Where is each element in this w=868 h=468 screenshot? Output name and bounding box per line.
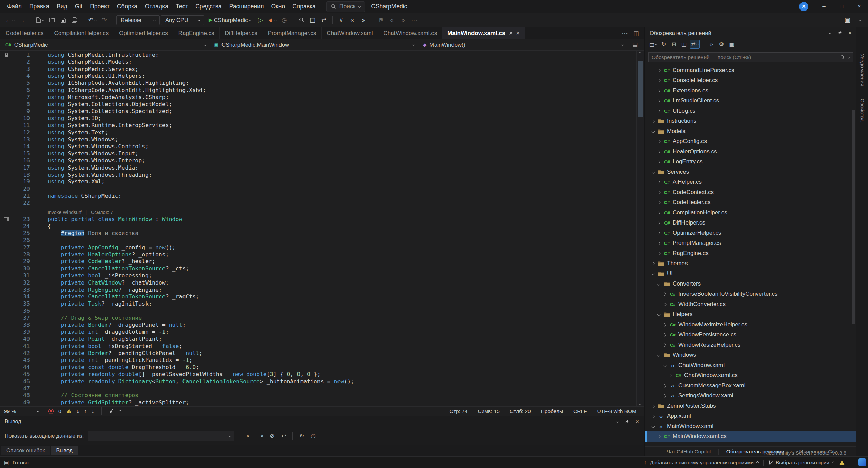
line-number[interactable]: 26	[13, 237, 30, 244]
code-text[interactable]: private int _draggedColumn = -1;	[30, 329, 169, 336]
tree-item[interactable]: C#CodeHealer.cs	[645, 197, 856, 208]
code-text[interactable]: using System.Windows;	[30, 136, 118, 143]
tree-item[interactable]: C#RagEngine.cs	[645, 248, 856, 258]
code-text[interactable]	[30, 186, 47, 193]
tree-item[interactable]: C#LmStudioClient.cs	[645, 96, 856, 106]
menu-item[interactable]: Проект	[86, 1, 113, 12]
expander-icon[interactable]	[655, 191, 662, 194]
code-text[interactable]: using CSharpMedic.UI.Helpers;	[30, 73, 145, 80]
expander-icon[interactable]	[655, 212, 662, 214]
code-line[interactable]: 46 private readonly Dictionary<Button, C…	[0, 378, 636, 385]
code-line[interactable]: 49 private GridSplitter? _activeSplitter…	[0, 399, 636, 406]
code-text[interactable]: // Состояние сплиттеров	[30, 392, 138, 399]
tree-item[interactable]: Models	[645, 126, 856, 136]
code-text[interactable]: private CancellationTokenSource? _ragCts…	[30, 293, 199, 300]
code-line[interactable]: 11using System.Runtime.InteropServices;	[0, 122, 636, 129]
code-line[interactable]: 36	[0, 308, 636, 315]
expander-icon[interactable]	[655, 222, 662, 224]
code-line[interactable]: 43 private int _pendingClickPanelIdx = -…	[0, 357, 636, 364]
preview-selected-button[interactable]: ▣	[727, 40, 736, 49]
open-file-button[interactable]	[47, 15, 57, 25]
code-text[interactable]	[30, 385, 47, 392]
expander-icon[interactable]	[667, 374, 674, 377]
line-number[interactable]: 19	[13, 178, 30, 186]
code-line[interactable]: 40 private Point _dragStartPoint;	[0, 336, 636, 343]
navigate-forward-button[interactable]: →	[17, 15, 27, 25]
line-number[interactable]: 48	[13, 392, 30, 399]
line-number[interactable]: 8	[13, 101, 30, 108]
break-all-button[interactable]: ◷	[279, 15, 289, 25]
code-line[interactable]: 8using System.Collections.ObjectModel;	[0, 101, 636, 108]
new-file-button[interactable]	[34, 15, 46, 25]
solution-search-box[interactable]	[648, 52, 853, 62]
line-number[interactable]: 13	[13, 136, 30, 143]
code-line[interactable]: 4using CSharpMedic.UI.Helpers;	[0, 73, 636, 80]
line-number[interactable]: 3	[13, 66, 30, 73]
clear-output-icon[interactable]: ⊘	[267, 431, 277, 441]
tree-item[interactable]: Instructions	[645, 116, 856, 126]
search-control[interactable]: Поиск	[326, 1, 365, 12]
code-line[interactable]: 47	[0, 385, 636, 392]
line-number[interactable]: 32	[13, 279, 30, 287]
code-text[interactable]: using System.Runtime.InteropServices;	[30, 122, 172, 129]
solution-explorer-header[interactable]: Обозреватель решений ×	[645, 27, 856, 39]
menu-item[interactable]: Расширения	[226, 1, 268, 12]
tree-item[interactable]: C#HealerOptions.cs	[645, 147, 856, 157]
edge-tab[interactable]: Уведомления	[859, 54, 865, 86]
code-text[interactable]: private Border? _draggedPanel = null;	[30, 321, 186, 329]
indent-icon-button[interactable]: »	[359, 15, 369, 25]
code-line[interactable]: 26	[0, 237, 636, 244]
show-all-files-button[interactable]: ◫	[679, 40, 689, 49]
start-without-debug-button[interactable]: ▷	[255, 15, 266, 25]
timestamps-icon[interactable]: ◷	[308, 431, 318, 441]
project-dropdown[interactable]: C# CSharpMedic	[1, 40, 210, 50]
expander-icon[interactable]	[661, 334, 668, 336]
tree-item[interactable]: C#AppConfig.cs	[645, 136, 856, 147]
edge-tab[interactable]: Свойства	[859, 99, 865, 122]
expander-icon[interactable]	[655, 354, 662, 356]
line-number[interactable]: 43	[13, 357, 30, 364]
code-text[interactable]: using CSharpMedic.Services;	[30, 66, 138, 73]
expander-icon[interactable]	[655, 110, 662, 112]
line-number[interactable]: 47	[13, 385, 30, 392]
code-text[interactable]: private readonly Dictionary<Button, Canc…	[30, 378, 354, 385]
code-line[interactable]: 1using CSharpMedic.Infrastructure;	[0, 52, 636, 59]
tool-window-tab[interactable]: Чат GitHub Copilot	[659, 449, 718, 455]
document-outline-icon[interactable]: ▤	[628, 41, 642, 48]
expander-icon[interactable]	[655, 151, 662, 153]
search-icon[interactable]	[840, 55, 845, 60]
close-panel-icon[interactable]: ×	[635, 418, 639, 425]
line-number[interactable]: 31	[13, 272, 30, 279]
line-number[interactable]: 22	[13, 200, 30, 207]
code-text[interactable]: using System.Windows.Input;	[30, 150, 138, 157]
line-number[interactable]: 21	[13, 193, 30, 200]
expander-icon[interactable]	[655, 242, 662, 245]
line-number[interactable]: 45	[13, 371, 30, 378]
code-text[interactable]: private RagEngine? _ragEngine;	[30, 287, 162, 294]
line-number[interactable]: 29	[13, 258, 30, 265]
warning-count[interactable]: 6	[77, 408, 80, 414]
code-line[interactable]: 41 private bool _isDragStarted = false;	[0, 343, 636, 350]
code-line[interactable]: 35 private Task? _ragInitTask;	[0, 300, 636, 308]
expander-icon[interactable]	[661, 364, 668, 367]
tree-item[interactable]: ‹›ChatWindow.xaml	[645, 360, 856, 370]
menu-item[interactable]: Окно	[267, 1, 289, 12]
code-text[interactable]: private GridSplitter? _activeSplitter;	[30, 399, 189, 406]
code-line[interactable]: 13using System.Windows;	[0, 136, 636, 143]
autoscroll-icon[interactable]: ↻	[296, 431, 307, 441]
caret-line[interactable]: Стр: 74	[450, 408, 468, 414]
code-text[interactable]: namespace CSharpMedic;	[30, 193, 122, 200]
line-number[interactable]: 16	[13, 157, 30, 164]
code-text[interactable]	[30, 237, 47, 244]
expander-icon[interactable]	[661, 395, 668, 397]
line-number[interactable]: 4	[13, 73, 30, 80]
undo-button[interactable]: ↶	[86, 15, 98, 25]
line-number[interactable]: 5	[13, 80, 30, 87]
tree-item[interactable]: ZennoPoster.Stubs	[645, 401, 856, 411]
close-button[interactable]: ×	[850, 0, 868, 13]
refresh-button[interactable]: ↻	[659, 40, 668, 49]
save-button[interactable]	[58, 15, 68, 25]
menu-item[interactable]: Справка	[289, 1, 320, 12]
tree-item[interactable]: C#WidthConverter.cs	[645, 299, 856, 309]
previous-issue-icon[interactable]: ↑	[84, 408, 87, 414]
